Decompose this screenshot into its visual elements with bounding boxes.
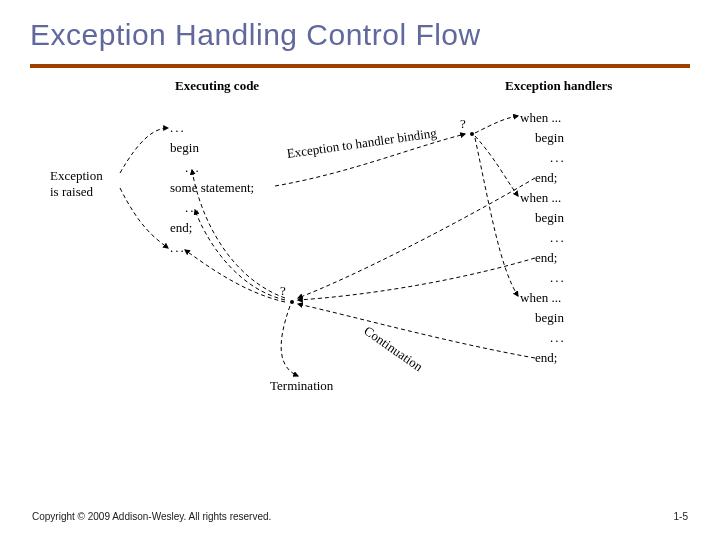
h1-body: ... <box>550 150 566 166</box>
code-l6: end; <box>170 220 192 236</box>
heading-exception-handlers: Exception handlers <box>505 78 612 94</box>
h2-sep: ... <box>550 270 566 286</box>
dot-binding <box>470 132 474 136</box>
code-l2: begin <box>170 140 199 156</box>
label-q2: ? <box>280 283 286 299</box>
arrow-h1-end-to-q <box>298 178 535 298</box>
footer-copyright: Copyright © 2009 Addison-Wesley. All rig… <box>32 511 271 522</box>
arrow-q-to-h1 <box>475 116 518 133</box>
h1-begin: begin <box>535 130 564 146</box>
h3-body: ... <box>550 330 566 346</box>
h1-end: end; <box>535 170 557 186</box>
h2-end: end; <box>535 250 557 266</box>
code-l3: ... <box>185 160 201 176</box>
label-continuation: Continuation <box>361 323 426 375</box>
arrow-raised-up <box>120 128 168 173</box>
code-l4: some statement; <box>170 180 254 196</box>
arrow-q-to-h3 <box>475 138 518 296</box>
dot-question <box>290 300 294 304</box>
arrow-raised-down <box>120 188 168 248</box>
diagram: Executing code Exception handlers Except… <box>50 78 670 448</box>
heading-executing-code: Executing code <box>175 78 259 94</box>
arrow-h2-end-to-q <box>298 258 535 300</box>
code-l1: ... <box>170 120 186 136</box>
code-l7: ... <box>170 240 186 256</box>
arrows <box>50 78 670 448</box>
code-l5: ... <box>185 200 201 216</box>
h3-end: end; <box>535 350 557 366</box>
slide-title: Exception Handling Control Flow <box>30 18 690 52</box>
h1-when: when ... <box>520 110 561 126</box>
label-binding-q: ? <box>460 116 466 132</box>
h3-begin: begin <box>535 310 564 326</box>
arrow-h3-end-to-q <box>298 304 535 358</box>
h2-body: ... <box>550 230 566 246</box>
h2-when: when ... <box>520 190 561 206</box>
arrow-q-to-term <box>281 306 298 376</box>
slide: Exception Handling Control Flow Executin… <box>0 0 720 540</box>
arrow-q-to-h2 <box>475 136 518 196</box>
arrow-q-to-l5 <box>195 210 285 300</box>
label-termination: Termination <box>270 378 333 394</box>
h3-when: when ... <box>520 290 561 306</box>
footer-pageno: 1-5 <box>674 511 688 522</box>
arrow-q-to-l7 <box>185 250 285 302</box>
label-exception-raised: Exception is raised <box>50 168 103 200</box>
label-binding: Exception to handler binding <box>286 125 438 162</box>
h2-begin: begin <box>535 210 564 226</box>
title-rule <box>30 64 690 68</box>
